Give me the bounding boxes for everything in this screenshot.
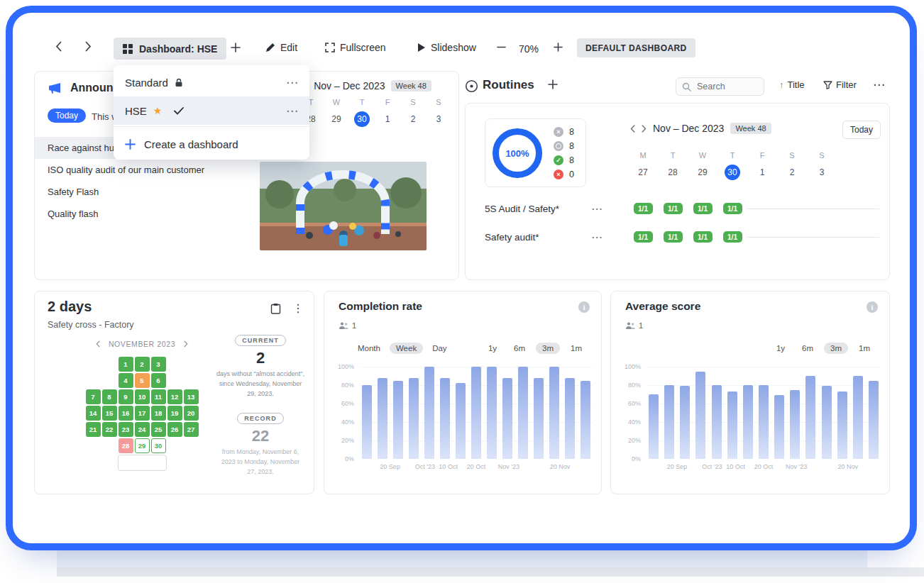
cross-day-20[interactable]: 20 [184,406,199,421]
routine-menu-icon[interactable]: ⋯ [591,231,628,244]
week-day-1[interactable]: F 1 [747,151,777,180]
routines-menu-icon[interactable]: ⋯ [873,77,885,92]
cross-day-10[interactable]: 10 [135,389,150,404]
bar[interactable] [664,385,674,459]
cross-day-26[interactable]: 26 [167,422,182,437]
cross-day-23[interactable]: 23 [119,422,133,437]
bar[interactable] [822,386,832,459]
announcement-photo[interactable] [260,162,427,250]
nav-back-button[interactable] [55,41,62,52]
bar[interactable] [759,385,769,459]
info-icon[interactable]: i [867,301,878,313]
week-day-29[interactable]: W 29 [324,98,349,127]
range-1y[interactable]: 1y [482,343,503,354]
week-day-3[interactable]: S 3 [426,98,451,127]
slideshow-button[interactable]: Slideshow [417,42,476,53]
routine-day-badge[interactable]: 1/1 [664,231,683,243]
bar[interactable] [424,367,434,459]
prev-month-icon[interactable] [96,340,100,348]
routine-day-badge[interactable]: 1/1 [634,231,653,243]
fullscreen-button[interactable]: Fullscreen [325,42,386,53]
cross-day-21[interactable]: 21 [86,422,101,437]
nav-forward-button[interactable] [85,41,92,52]
bar[interactable] [549,367,559,459]
menu-item-hse[interactable]: HSE ★ ⋯ [114,96,309,125]
bar[interactable] [869,381,879,460]
bar[interactable] [805,376,815,459]
bar[interactable] [649,394,659,459]
cross-day-17[interactable]: 17 [135,406,150,421]
range-1m[interactable]: 1m [564,343,588,354]
week-day-2[interactable]: S 2 [400,98,426,127]
bar[interactable] [712,385,722,459]
tab-day[interactable]: Day [426,343,453,354]
bar[interactable] [518,367,528,459]
cross-day-15[interactable]: 15 [102,406,117,421]
cross-day-14[interactable]: 14 [86,406,101,421]
range-3m[interactable]: 3m [536,343,560,354]
info-icon[interactable]: i [578,301,590,313]
bar[interactable] [502,378,512,459]
week-day-29[interactable]: W 29 [688,151,717,180]
search-input[interactable] [695,81,755,92]
week-day-28[interactable]: T 28 [658,151,688,180]
bar[interactable] [534,378,544,459]
range-6m[interactable]: 6m [507,343,532,354]
announcement-item[interactable]: ISO quality audit of our main customer [35,159,251,181]
cross-day-7[interactable]: 7 [86,389,101,404]
add-widget-button[interactable] [231,43,241,52]
prev-week-icon[interactable] [630,125,635,133]
bar[interactable] [581,381,590,460]
bar[interactable] [853,376,863,459]
bar[interactable] [565,378,575,459]
bar[interactable] [743,385,753,459]
routine-row[interactable]: 5S Audit / Safety* ⋯ 1/11/11/11/1 [485,194,879,223]
menu-item-standard[interactable]: Standard ⋯ [114,68,309,96]
next-month-icon[interactable] [184,340,188,348]
cross-day-13[interactable]: 13 [184,389,199,404]
routine-day-badge[interactable]: 1/1 [664,203,683,214]
create-dashboard-button[interactable]: Create a dashboard [114,128,309,160]
bar[interactable] [378,378,387,459]
announcement-item[interactable]: Quality flash [35,203,251,225]
cross-day-30[interactable]: 30 [151,438,166,453]
range-1m[interactable]: 1m [852,343,876,354]
bar[interactable] [440,378,450,459]
filter-button[interactable]: Filter [823,79,857,90]
bar[interactable] [456,383,466,459]
routine-day-badge[interactable]: 1/1 [693,231,713,243]
week-day-3[interactable]: S 3 [807,151,837,180]
cross-day-4[interactable]: 4 [119,373,133,388]
cross-day-29[interactable]: 29 [135,438,150,453]
today-pill[interactable]: Today [48,109,86,123]
today-button[interactable]: Today [842,121,881,139]
bar[interactable] [727,392,737,459]
sort-by-title-button[interactable]: ↑ Title [779,79,805,90]
cross-day-22[interactable]: 22 [102,422,117,437]
cross-day-25[interactable]: 25 [151,422,166,437]
cross-day-28[interactable]: 28 [119,438,133,453]
edit-button[interactable]: Edit [265,42,297,53]
routine-day-badge[interactable]: 1/1 [634,203,653,214]
bar[interactable] [487,367,497,459]
zoom-out-button[interactable] [497,43,506,52]
week-day-30[interactable]: T 30 [349,98,375,127]
bar[interactable] [790,390,800,460]
bar[interactable] [362,385,372,459]
week-day-30[interactable]: T 30 [717,151,747,180]
bar[interactable] [393,381,403,460]
week-day-1[interactable]: F 1 [375,98,400,127]
announcement-item[interactable]: Safety Flash [35,181,251,203]
week-day-27[interactable]: M 27 [628,151,658,180]
bar[interactable] [774,395,784,459]
cross-day-5[interactable]: 5 [135,373,150,388]
cross-day-8[interactable]: 8 [102,389,117,404]
cross-day-18[interactable]: 18 [151,406,166,421]
bar[interactable] [680,386,690,459]
dashboard-selector-button[interactable]: Dashboard: HSE [114,38,226,60]
routine-day-badge[interactable]: 1/1 [723,203,742,214]
cross-day-3[interactable]: 3 [151,357,166,372]
cross-day-16[interactable]: 16 [119,406,133,421]
tab-week[interactable]: Week [390,343,423,354]
cross-day-27[interactable]: 27 [184,422,199,437]
